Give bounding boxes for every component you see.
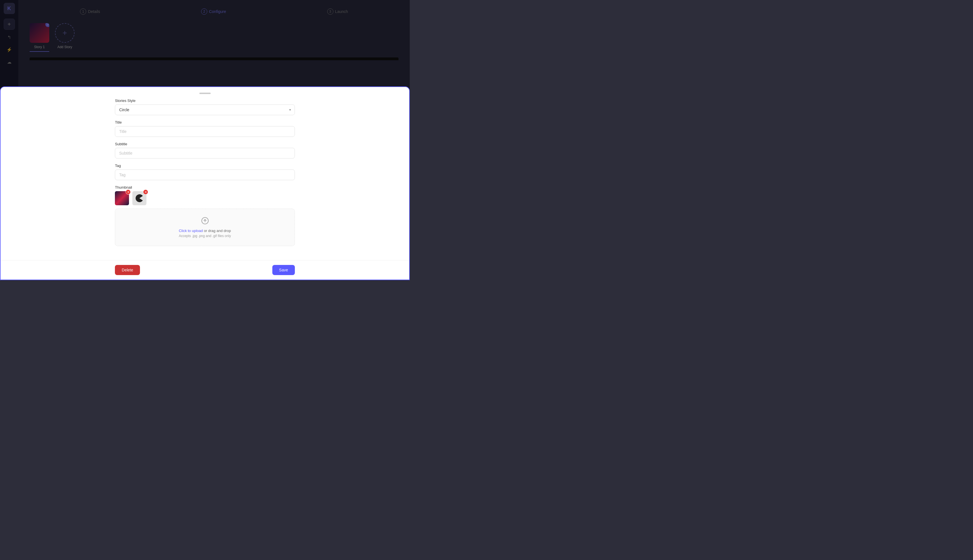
thumbnail-label: Thumbnail — [115, 185, 295, 190]
modal-content: Stories Style Circle Square Rectangle ▾ … — [0, 98, 409, 258]
title-group: Title — [115, 120, 295, 137]
thumbnail-remove-1[interactable]: ✕ — [126, 190, 131, 195]
thumbnail-item-2: ✕ — [132, 191, 147, 205]
subtitle-input[interactable] — [115, 148, 295, 158]
subtitle-label: Subtitle — [115, 142, 295, 146]
upload-subtext: Accepts .jpg .png and .gif files only — [121, 234, 289, 238]
thumbnail-group: Thumbnail ✕ — [115, 185, 295, 246]
modal: Stories Style Circle Square Rectangle ▾ … — [0, 87, 410, 280]
stories-style-group: Stories Style Circle Square Rectangle ▾ — [115, 98, 295, 115]
tag-group: Tag — [115, 163, 295, 180]
save-button[interactable]: Save — [272, 265, 295, 275]
upload-text: Click to upload or drag and drop — [121, 228, 289, 233]
tag-label: Tag — [115, 163, 295, 168]
modal-drag-handle[interactable] — [199, 93, 211, 94]
title-label: Title — [115, 120, 295, 125]
upload-link[interactable]: Click to upload — [179, 228, 203, 233]
title-input[interactable] — [115, 126, 295, 137]
modal-footer: Delete Save — [0, 260, 409, 280]
tag-input[interactable] — [115, 170, 295, 180]
pacman-icon — [135, 194, 144, 203]
thumbnail-item-1: ✕ — [115, 191, 129, 205]
stories-style-select-wrapper: Circle Square Rectangle ▾ — [115, 105, 295, 115]
thumbnail-list: ✕ ✕ — [115, 191, 295, 205]
subtitle-group: Subtitle — [115, 142, 295, 158]
upload-icon — [121, 217, 289, 227]
thumbnail-remove-2[interactable]: ✕ — [143, 190, 148, 195]
stories-style-label: Stories Style — [115, 98, 295, 103]
modal-overlay: Stories Style Circle Square Rectangle ▾ … — [0, 0, 410, 280]
upload-area[interactable]: Click to upload or drag and drop Accepts… — [115, 208, 295, 246]
delete-button[interactable]: Delete — [115, 265, 140, 275]
stories-style-select[interactable]: Circle Square Rectangle — [115, 105, 295, 115]
